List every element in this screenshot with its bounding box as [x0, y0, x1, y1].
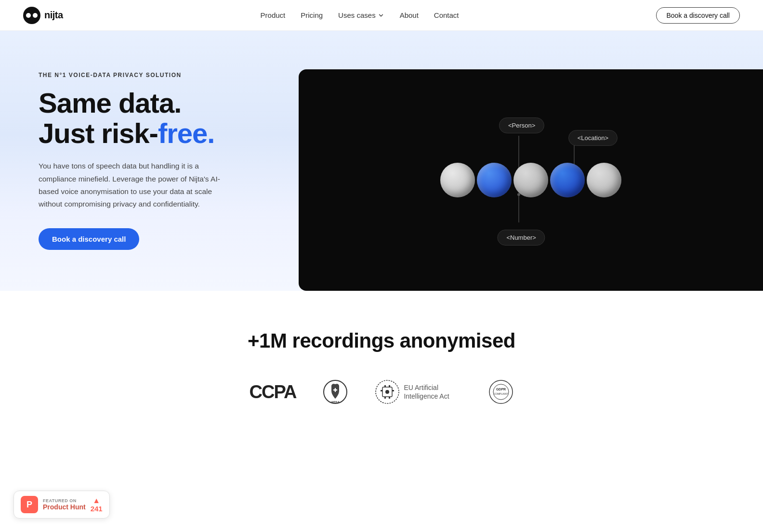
svg-rect-13: [384, 385, 386, 387]
eu-ai-icon: [375, 379, 400, 404]
entity-location-label: <Location>: [568, 130, 618, 146]
eu-ai-text: EU Artificial Intelligence Act: [404, 383, 461, 401]
svg-rect-11: [381, 390, 382, 391]
hero-visual-panel: <Person> <Location> <Number>: [299, 69, 763, 291]
orbs-row: [439, 163, 622, 197]
svg-rect-15: [384, 397, 386, 399]
compliance-gdpr: GDPR COMPLIANT: [488, 379, 513, 404]
svg-point-18: [489, 380, 513, 403]
svg-rect-16: [389, 397, 390, 399]
logo-text: nijta: [44, 10, 63, 21]
hero-content: THE N°1 VOICE-DATA PRIVACY SOLUTION Same…: [39, 60, 279, 291]
compliance-ccpa: CCPA: [250, 382, 296, 402]
entity-number-label: <Number>: [497, 230, 545, 246]
orb-2: [477, 163, 512, 197]
entity-diagram: <Person> <Location> <Number>: [425, 103, 637, 257]
svg-rect-14: [389, 385, 390, 387]
hipaa-icon: HIPAA: [323, 379, 348, 404]
chevron-down-icon: [378, 12, 384, 19]
nav-contact[interactable]: Contact: [434, 11, 459, 19]
navbar: nijta Product Pricing Uses cases About C…: [0, 0, 763, 31]
compliance-eu-ai: EU Artificial Intelligence Act: [375, 379, 461, 404]
stats-section: +1M recordings anonymised CCPA HIPAA: [0, 291, 763, 433]
recordings-stat: +1M recordings anonymised: [23, 329, 740, 352]
svg-point-17: [385, 390, 389, 394]
nav-book-call-button[interactable]: Book a discovery call: [656, 7, 740, 24]
logo-icon: [23, 7, 40, 24]
svg-point-19: [493, 384, 509, 400]
svg-text:HIPAA: HIPAA: [331, 401, 340, 403]
orb-4: [550, 163, 585, 197]
compliance-hipaa: HIPAA: [323, 379, 348, 404]
svg-text:GDPR: GDPR: [496, 388, 506, 391]
hero-book-call-button[interactable]: Book a discovery call: [39, 228, 139, 250]
svg-rect-12: [392, 390, 394, 391]
hero-title: Same data. Just risk-free.: [39, 88, 260, 148]
nav-use-cases[interactable]: Uses cases: [338, 11, 384, 19]
hero-eyebrow: THE N°1 VOICE-DATA PRIVACY SOLUTION: [39, 72, 260, 78]
entity-person-label: <Person>: [499, 117, 544, 133]
svg-text:COMPLIANT: COMPLIANT: [494, 392, 508, 395]
nav-links: Product Pricing Uses cases About Contact: [261, 11, 459, 19]
orb-5: [587, 163, 621, 197]
gdpr-icon: GDPR COMPLIANT: [488, 379, 513, 404]
nav-about[interactable]: About: [400, 11, 419, 19]
nav-product[interactable]: Product: [261, 11, 286, 19]
compliance-row: CCPA HIPAA EU Arti: [23, 379, 740, 404]
ccpa-logo: CCPA: [250, 382, 296, 402]
hero-section: THE N°1 VOICE-DATA PRIVACY SOLUTION Same…: [0, 31, 763, 291]
logo-link[interactable]: nijta: [23, 7, 63, 24]
hero-description: You have tons of speech data but handlin…: [39, 160, 226, 210]
orb-1: [440, 163, 475, 197]
nav-pricing[interactable]: Pricing: [301, 11, 323, 19]
orb-3: [513, 163, 548, 197]
